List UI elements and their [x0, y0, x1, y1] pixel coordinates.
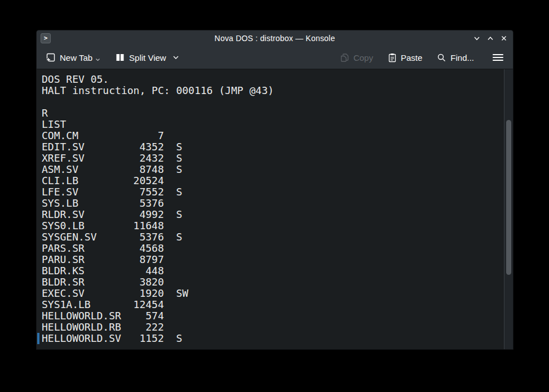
scrollbar-thumb[interactable]: [506, 120, 511, 275]
window-title: Nova DOS : distrobox — Konsole: [215, 34, 335, 43]
copy-icon: [340, 53, 349, 63]
konsole-window: > Nova DOS : distrobox — Konsole: [37, 30, 513, 349]
toolbar: New Tab Split View Copy: [37, 46, 513, 69]
maximize-icon: [486, 34, 494, 42]
split-view-icon: [115, 52, 125, 63]
copy-label: Copy: [353, 53, 373, 63]
chevron-down-icon: [95, 58, 100, 61]
split-view-label: Split View: [129, 53, 166, 63]
konsole-icon[interactable]: >: [41, 33, 51, 43]
minimize-icon: [473, 34, 481, 42]
copy-button[interactable]: Copy: [340, 53, 373, 63]
paste-button[interactable]: Paste: [388, 53, 422, 63]
paste-icon: [388, 53, 397, 63]
terminal-text[interactable]: DOS REV 05. HALT instruction, PC: 000116…: [37, 69, 504, 349]
find-label: Find...: [450, 53, 474, 63]
new-tab-icon: [46, 52, 56, 63]
find-button[interactable]: Find...: [437, 53, 474, 63]
terminal-area[interactable]: DOS REV 05. HALT instruction, PC: 000116…: [37, 69, 513, 349]
search-icon: [437, 53, 446, 63]
terminal-cursor: [37, 333, 39, 344]
close-button[interactable]: [500, 34, 508, 42]
new-tab-button[interactable]: New Tab: [46, 52, 100, 63]
minimize-button[interactable]: [473, 34, 481, 42]
paste-label: Paste: [401, 53, 422, 63]
new-tab-label: New Tab: [60, 53, 92, 63]
window-controls: [473, 30, 508, 46]
hamburger-icon: [492, 53, 504, 62]
titlebar[interactable]: > Nova DOS : distrobox — Konsole: [37, 30, 513, 46]
maximize-button[interactable]: [486, 34, 494, 42]
close-icon: [500, 34, 508, 42]
split-view-button[interactable]: Split View: [115, 52, 179, 63]
menu-button[interactable]: [492, 53, 504, 62]
scrollbar[interactable]: [504, 69, 513, 349]
chevron-down-icon: [172, 55, 179, 60]
